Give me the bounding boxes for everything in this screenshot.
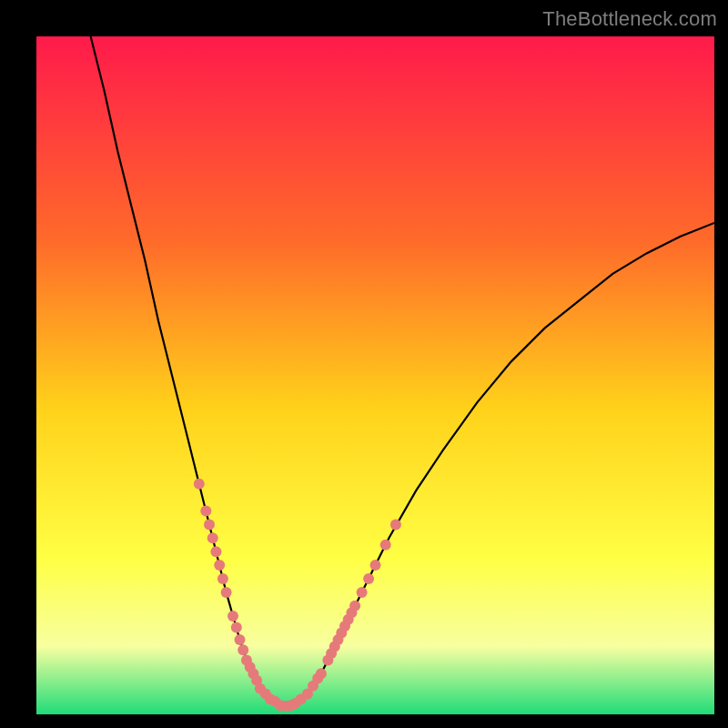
data-marker — [235, 634, 246, 645]
data-marker — [217, 573, 228, 584]
data-marker — [390, 519, 401, 530]
data-marker — [200, 506, 211, 517]
data-marker — [231, 622, 242, 633]
data-marker — [221, 587, 232, 598]
data-marker — [238, 644, 248, 655]
data-marker — [380, 540, 391, 551]
data-marker — [207, 532, 218, 543]
data-marker — [363, 573, 374, 584]
data-marker — [210, 546, 221, 557]
chart-svg — [36, 36, 714, 714]
data-marker — [316, 668, 327, 679]
plot-area — [36, 36, 714, 714]
data-marker — [228, 611, 238, 622]
data-marker — [370, 560, 381, 571]
watermark-label: TheBottleneck.com — [542, 7, 717, 31]
data-marker — [204, 519, 215, 530]
chart-canvas: TheBottleneck.com — [0, 0, 728, 728]
data-marker — [194, 479, 205, 490]
gradient-background — [36, 36, 714, 714]
data-marker — [214, 560, 225, 571]
data-marker — [349, 601, 360, 612]
data-marker — [357, 587, 368, 598]
